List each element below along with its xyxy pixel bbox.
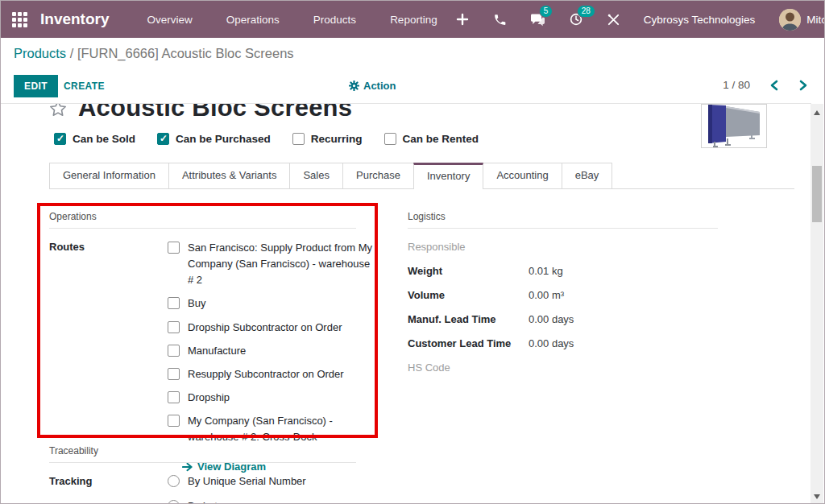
tab-sales[interactable]: Sales bbox=[289, 163, 343, 188]
product-image[interactable] bbox=[701, 104, 767, 148]
flag-recurring: Recurring bbox=[292, 133, 363, 145]
route-item: Manufacture bbox=[168, 343, 375, 359]
weight-value: 0.01 kg bbox=[529, 265, 563, 277]
can-be-sold-label[interactable]: Can be Sold bbox=[73, 133, 135, 145]
plus-icon[interactable] bbox=[454, 11, 471, 27]
menu-overview[interactable]: Overview bbox=[131, 1, 209, 38]
route-label[interactable]: Buy bbox=[188, 295, 375, 312]
breadcrumb-products-link[interactable]: Products bbox=[14, 46, 66, 60]
logistics-section-title: Logistics bbox=[408, 211, 718, 229]
user-name: Mitchell Admin bbox=[806, 14, 825, 26]
tab-general-information[interactable]: General Information bbox=[49, 163, 169, 188]
route-label[interactable]: Dropship Subcontractor on Order bbox=[188, 320, 375, 336]
can-be-sold-checkbox[interactable] bbox=[54, 133, 66, 145]
flag-can-be-rented: Can be Rented bbox=[384, 133, 479, 145]
lots-radio[interactable] bbox=[168, 500, 180, 504]
tracking-option-serial: By Unique Serial Number bbox=[168, 475, 306, 487]
notebook-tabs: General Information Attributes & Variant… bbox=[49, 163, 794, 189]
tab-purchase[interactable]: Purchase bbox=[342, 163, 414, 188]
product-title: Acoustic Bloc Screens bbox=[78, 104, 352, 122]
app-name[interactable]: Inventory bbox=[40, 10, 110, 28]
field-customer-lead-time: Customer Lead Time 0.00 days bbox=[408, 337, 718, 349]
recurring-label[interactable]: Recurring bbox=[311, 133, 363, 145]
route-label[interactable]: My Company (San Francisco) - warehouse #… bbox=[188, 413, 375, 445]
tracking-option-lots: By Lots bbox=[168, 500, 306, 504]
apps-grid-icon[interactable] bbox=[12, 12, 27, 27]
control-panel-buttons: EDIT CREATE Action 1 / 80 bbox=[1, 75, 824, 99]
route-label[interactable]: Dropship bbox=[188, 390, 375, 406]
pager-previous-button[interactable] bbox=[769, 80, 779, 91]
route-checkbox[interactable] bbox=[168, 321, 180, 333]
route-label[interactable]: Resupply Subcontractor on Order bbox=[188, 366, 375, 382]
can-be-purchased-label[interactable]: Can be Purchased bbox=[176, 133, 271, 145]
route-checkbox[interactable] bbox=[168, 415, 180, 427]
pager-count: 1 / 80 bbox=[723, 79, 750, 91]
traceability-group: Traceability Tracking By Unique Serial N… bbox=[49, 445, 356, 504]
field-volume: Volume 0.00 m³ bbox=[408, 289, 718, 301]
vertical-scrollbar[interactable] bbox=[810, 104, 823, 504]
main-menu: Overview Operations Products Reporting bbox=[131, 1, 454, 38]
tab-accounting[interactable]: Accounting bbox=[483, 163, 562, 188]
tab-attributes-variants[interactable]: Attributes & Variants bbox=[168, 163, 291, 188]
customer-lead-time-label: Customer Lead Time bbox=[408, 337, 529, 349]
route-checkbox[interactable] bbox=[168, 242, 180, 254]
route-checkbox[interactable] bbox=[168, 368, 180, 380]
favorite-star-icon[interactable] bbox=[48, 104, 68, 118]
route-item: Dropship Subcontractor on Order bbox=[168, 320, 375, 336]
chevron-right-icon bbox=[798, 80, 808, 91]
field-manuf-lead-time: Manuf. Lead Time 0.00 days bbox=[408, 313, 718, 325]
lots-label[interactable]: By Lots bbox=[188, 500, 222, 504]
action-label: Action bbox=[363, 80, 396, 92]
breadcrumb: Products / [FURN_6666] Acoustic Bloc Scr… bbox=[14, 46, 294, 61]
route-checkbox[interactable] bbox=[168, 345, 180, 357]
menu-reporting[interactable]: Reporting bbox=[373, 1, 454, 38]
tools-icon[interactable] bbox=[606, 11, 622, 27]
can-be-purchased-checkbox[interactable] bbox=[157, 133, 169, 145]
edit-button[interactable]: EDIT bbox=[14, 75, 58, 97]
customer-lead-time-value: 0.00 days bbox=[529, 337, 574, 349]
hs-code-label: HS Code bbox=[408, 361, 529, 374]
action-menu[interactable]: Action bbox=[349, 80, 396, 92]
flag-can-be-purchased: Can be Purchased bbox=[157, 133, 271, 145]
user-menu[interactable]: Mitchell Admin bbox=[779, 9, 825, 31]
can-be-rented-checkbox[interactable] bbox=[384, 133, 396, 145]
route-label[interactable]: San Francisco: Supply Product from My Co… bbox=[188, 240, 375, 288]
menu-operations[interactable]: Operations bbox=[209, 1, 296, 38]
company-switcher[interactable]: Cybrosys Technologies bbox=[644, 14, 756, 26]
route-item: My Company (San Francisco) - warehouse #… bbox=[168, 413, 375, 445]
pager: 1 / 80 bbox=[723, 79, 808, 91]
route-checkbox[interactable] bbox=[168, 391, 180, 403]
messages-icon[interactable]: 5 bbox=[530, 11, 546, 27]
chevron-left-icon bbox=[769, 80, 779, 91]
responsible-label: Responsible bbox=[408, 241, 529, 253]
traceability-section-title: Traceability bbox=[49, 445, 356, 463]
pager-next-button[interactable] bbox=[798, 80, 808, 91]
title-row: Acoustic Bloc Screens bbox=[48, 104, 352, 122]
tab-ebay[interactable]: eBay bbox=[562, 163, 613, 188]
scrollbar-up-arrow[interactable] bbox=[814, 110, 820, 115]
scrollbar-down-arrow[interactable] bbox=[814, 494, 820, 499]
field-responsible: Responsible bbox=[408, 241, 718, 253]
recurring-checkbox[interactable] bbox=[292, 133, 305, 145]
manuf-lead-time-value: 0.00 days bbox=[529, 313, 574, 325]
field-hs-code: HS Code bbox=[408, 361, 718, 374]
phone-icon[interactable] bbox=[492, 11, 508, 27]
serial-number-radio[interactable] bbox=[168, 475, 180, 487]
scrollbar-thumb[interactable] bbox=[812, 166, 822, 222]
create-button[interactable]: CREATE bbox=[64, 81, 105, 92]
can-be-rented-label[interactable]: Can be Rented bbox=[403, 133, 479, 145]
tracking-options: By Unique Serial Number By Lots bbox=[168, 474, 306, 504]
flag-can-be-sold: Can be Sold bbox=[54, 133, 135, 145]
route-item: San Francisco: Supply Product from My Co… bbox=[168, 240, 375, 288]
activities-badge: 28 bbox=[577, 5, 595, 18]
menu-products[interactable]: Products bbox=[296, 1, 373, 38]
activities-clock-icon[interactable]: 28 bbox=[568, 11, 584, 27]
route-label[interactable]: Manufacture bbox=[188, 343, 375, 359]
volume-label: Volume bbox=[408, 289, 529, 301]
operations-section-title: Operations bbox=[49, 211, 356, 229]
tracking-field-label: Tracking bbox=[49, 474, 168, 504]
route-checkbox[interactable] bbox=[168, 297, 180, 309]
routes-field-label: Routes bbox=[49, 240, 168, 473]
serial-number-label[interactable]: By Unique Serial Number bbox=[188, 475, 306, 487]
tab-inventory[interactable]: Inventory bbox=[413, 163, 483, 189]
